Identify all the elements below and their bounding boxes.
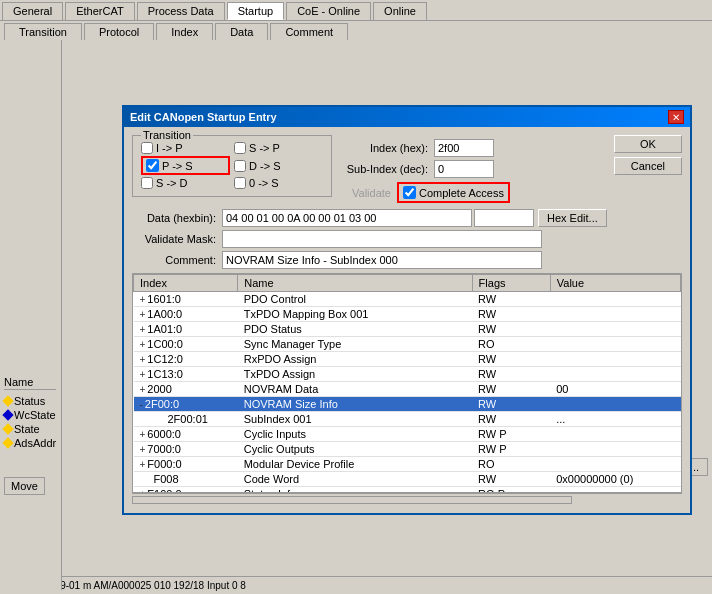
horizontal-scrollbar[interactable] bbox=[132, 493, 682, 505]
expand-icon[interactable]: + bbox=[140, 369, 146, 380]
tab-comment[interactable]: Comment bbox=[270, 23, 348, 40]
transition-s2p-checkbox[interactable] bbox=[234, 142, 246, 154]
cell-index: +2000 bbox=[134, 382, 238, 397]
table-row[interactable]: +1A01:0PDO StatusRW bbox=[134, 322, 681, 337]
cell-value: 00 bbox=[550, 382, 680, 397]
edit-canopen-dialog: Edit CANopen Startup Entry ✕ OK Cancel T… bbox=[122, 105, 692, 515]
table-row[interactable]: F008Code WordRW0x00000000 (0) bbox=[134, 472, 681, 487]
cell-flags: RW bbox=[472, 352, 550, 367]
transition-i2p-checkbox[interactable] bbox=[141, 142, 153, 154]
cell-name: NOVRAM Data bbox=[238, 382, 472, 397]
table-row[interactable]: +F000:0Modular Device ProfileRO bbox=[134, 457, 681, 472]
table-row[interactable]: +2000NOVRAM DataRW00 bbox=[134, 382, 681, 397]
transition-s2p: S -> P bbox=[234, 142, 323, 154]
transition-s2d-checkbox[interactable] bbox=[141, 177, 153, 189]
data-extra-input[interactable] bbox=[474, 209, 534, 227]
transition-0s-label: 0 -> S bbox=[249, 177, 279, 189]
validate-mask-input[interactable] bbox=[222, 230, 542, 248]
subindex-row: Sub-Index (dec): bbox=[344, 160, 510, 178]
table-row[interactable]: +1C13:0TxPDO AssignRW bbox=[134, 367, 681, 382]
tab-general[interactable]: General bbox=[2, 2, 63, 20]
table-row[interactable]: +1601:0PDO ControlRW bbox=[134, 292, 681, 307]
tab-coe-online[interactable]: CoE - Online bbox=[286, 2, 371, 20]
expand-icon[interactable]: + bbox=[140, 294, 146, 305]
data-row: Data (hexbin): Hex Edit... bbox=[132, 209, 682, 227]
tab-data[interactable]: Data bbox=[215, 23, 268, 40]
cell-flags: RW P bbox=[472, 442, 550, 457]
cell-value: ... bbox=[550, 412, 680, 427]
dialog-title-bar: Edit CANopen Startup Entry ✕ bbox=[124, 107, 690, 127]
index-input[interactable] bbox=[434, 139, 494, 157]
cell-index: +1C13:0 bbox=[134, 367, 238, 382]
status-label: Status bbox=[14, 395, 45, 407]
transition-s2d: S -> D bbox=[141, 177, 230, 189]
dialog-close-button[interactable]: ✕ bbox=[668, 110, 684, 124]
subindex-label: Sub-Index (dec): bbox=[344, 163, 434, 175]
table-row[interactable]: +6000:0Cyclic InputsRW P bbox=[134, 427, 681, 442]
data-table: Index Name Flags Value +1601:0PDO Contro… bbox=[133, 274, 681, 493]
collapse-icon[interactable]: - bbox=[140, 399, 143, 410]
transition-0s-checkbox[interactable] bbox=[234, 177, 246, 189]
cell-name: Code Word bbox=[238, 472, 472, 487]
expand-icon[interactable]: + bbox=[140, 429, 146, 440]
cell-value: 0x00000000 (0) bbox=[550, 472, 680, 487]
move-button[interactable]: Move bbox=[4, 477, 45, 495]
expand-icon[interactable]: + bbox=[140, 339, 146, 350]
cell-name: Cyclic Inputs bbox=[238, 427, 472, 442]
cell-value bbox=[550, 397, 680, 412]
expand-icon[interactable]: + bbox=[140, 384, 146, 395]
dialog-title-text: Edit CANopen Startup Entry bbox=[130, 111, 277, 123]
expand-icon[interactable]: + bbox=[140, 324, 146, 335]
transition-p2s-checkbox[interactable] bbox=[146, 159, 159, 172]
transition-i2p-label: I -> P bbox=[156, 142, 183, 154]
table-row[interactable]: +1C12:0RxPDO AssignRW bbox=[134, 352, 681, 367]
cell-name: Cyclic Outputs bbox=[238, 442, 472, 457]
expand-icon[interactable]: + bbox=[140, 444, 146, 455]
adsaddr-item: AdsAddr bbox=[4, 436, 56, 450]
cell-index: +1A00:0 bbox=[134, 307, 238, 322]
wcstate-icon bbox=[2, 409, 13, 420]
expand-icon[interactable]: + bbox=[140, 354, 146, 365]
state-icon bbox=[2, 423, 13, 434]
hex-edit-button[interactable]: Hex Edit... bbox=[538, 209, 607, 227]
transition-d2s-label: D -> S bbox=[249, 160, 280, 172]
tab-processdata[interactable]: Process Data bbox=[137, 2, 225, 20]
secondary-tabs-bar: Transition Protocol Index Data Comment bbox=[0, 21, 712, 41]
tab-transition[interactable]: Transition bbox=[4, 23, 82, 40]
cell-flags: RO bbox=[472, 337, 550, 352]
wcstate-label: WcState bbox=[14, 409, 56, 421]
cancel-button[interactable]: Cancel bbox=[614, 157, 682, 175]
tab-index[interactable]: Index bbox=[156, 23, 213, 40]
complete-access-wrapper: Complete Access bbox=[397, 182, 510, 203]
transition-0s: 0 -> S bbox=[234, 177, 323, 189]
subindex-input[interactable] bbox=[434, 160, 494, 178]
complete-access-checkbox[interactable] bbox=[403, 186, 416, 199]
transition-d2s-checkbox[interactable] bbox=[234, 160, 246, 172]
col-flags: Flags bbox=[472, 275, 550, 292]
state-item: State bbox=[4, 422, 56, 436]
data-table-container: Index Name Flags Value +1601:0PDO Contro… bbox=[132, 273, 682, 493]
expand-icon[interactable]: + bbox=[140, 309, 146, 320]
transition-p2s-wrapper: P -> S bbox=[141, 156, 230, 175]
tab-ethercat[interactable]: EtherCAT bbox=[65, 2, 134, 20]
cell-flags: RW bbox=[472, 367, 550, 382]
table-row[interactable]: 2F00:01SubIndex 001RW... bbox=[134, 412, 681, 427]
table-row[interactable]: -2F00:0NOVRAM Size InfoRW bbox=[134, 397, 681, 412]
data-input[interactable] bbox=[222, 209, 472, 227]
table-row[interactable]: +1C00:0Sync Manager TypeRO bbox=[134, 337, 681, 352]
cell-flags: RW bbox=[472, 412, 550, 427]
tab-online[interactable]: Online bbox=[373, 2, 427, 20]
cell-value bbox=[550, 337, 680, 352]
adsaddr-label: AdsAddr bbox=[14, 437, 56, 449]
tab-startup[interactable]: Startup bbox=[227, 2, 284, 20]
table-row[interactable]: +7000:0Cyclic OutputsRW P bbox=[134, 442, 681, 457]
expand-icon[interactable]: + bbox=[140, 459, 146, 470]
dialog-content: OK Cancel Transition I -> P bbox=[124, 127, 690, 513]
tab-protocol[interactable]: Protocol bbox=[84, 23, 154, 40]
table-row[interactable]: +1A00:0TxPDO Mapping Box 001RW bbox=[134, 307, 681, 322]
cell-value bbox=[550, 457, 680, 472]
comment-input[interactable] bbox=[222, 251, 542, 269]
ok-button[interactable]: OK bbox=[614, 135, 682, 153]
transition-group: Transition I -> P S -> P bbox=[132, 135, 332, 197]
cell-name: SubIndex 001 bbox=[238, 412, 472, 427]
